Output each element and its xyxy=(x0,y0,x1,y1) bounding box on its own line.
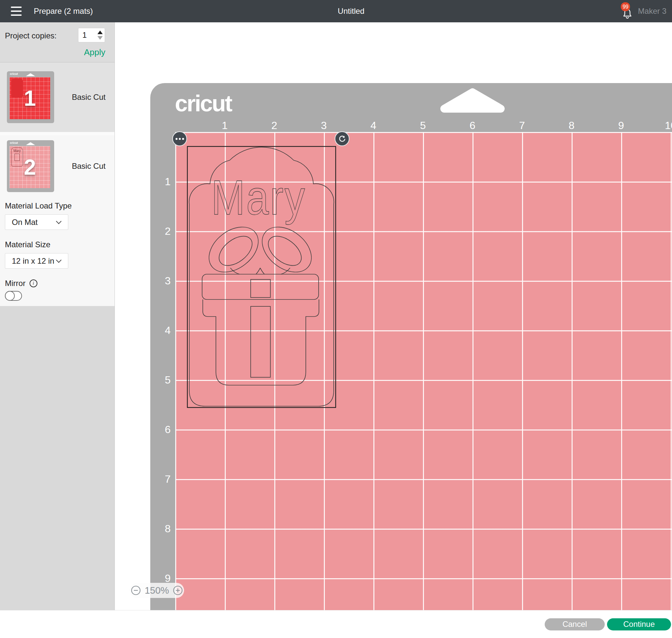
mat-1-grid: 1 xyxy=(10,77,50,119)
rotate-icon xyxy=(338,135,346,143)
left-ruler-number: 9 xyxy=(155,572,171,585)
mat-row-1[interactable]: cricut 1 Basic Cut xyxy=(0,62,115,132)
zoom-level: 150% xyxy=(145,585,169,596)
top-ruler-number: 9 xyxy=(618,119,624,132)
mat-2-thumbnail[interactable]: cricut Mary 2 xyxy=(7,140,54,192)
mat-2-cut-type: Basic Cut xyxy=(72,162,106,171)
mat-settings: Material Load Type On Mat Material Size … xyxy=(0,197,115,306)
chevron-down-icon xyxy=(56,257,62,263)
selection-more-button[interactable] xyxy=(172,131,187,146)
selection-rotate-button[interactable] xyxy=(335,131,349,146)
mat-2-design-preview: Mary xyxy=(11,148,23,167)
mirror-toggle[interactable] xyxy=(5,291,22,301)
mat-1-number: 1 xyxy=(24,86,36,111)
page-title: Prepare (2 mats) xyxy=(34,6,93,16)
mat-1-cut-type: Basic Cut xyxy=(72,93,106,102)
mat-notch-icon xyxy=(26,73,35,76)
material-load-type-select[interactable]: On Mat xyxy=(5,214,68,230)
zoom-control: 150% xyxy=(130,583,184,598)
top-ruler-number: 2 xyxy=(271,119,277,132)
mat-2-number: 2 xyxy=(24,155,36,180)
project-copies-label: Project copies: xyxy=(5,31,56,40)
mat-1-design-preview xyxy=(11,79,23,98)
row-divider xyxy=(0,132,115,135)
left-ruler-number: 2 xyxy=(155,225,171,237)
left-ruler-number: 8 xyxy=(155,523,171,535)
continue-button[interactable]: Continue xyxy=(607,618,671,631)
top-ruler-number: 3 xyxy=(321,119,327,132)
thumb-brand-logo: cricut xyxy=(10,72,18,75)
project-copies-value[interactable]: 1 xyxy=(79,28,96,42)
mat-canvas: cricut 12345678910123456789 Mary xyxy=(115,22,672,610)
mat-row-2[interactable]: cricut Mary 2 Basic Cut xyxy=(0,135,115,197)
info-icon[interactable]: i xyxy=(30,280,37,287)
apply-button[interactable]: Apply xyxy=(84,47,105,57)
project-copies-section: Project copies: 1 Apply xyxy=(0,22,115,62)
decrement-arrow-icon[interactable] xyxy=(98,36,103,40)
prepare-sidebar: Project copies: 1 Apply cricut 1 Basic C… xyxy=(0,22,115,610)
menu-icon[interactable] xyxy=(11,6,22,16)
material-size-label: Material Size xyxy=(5,230,115,249)
mat-grid xyxy=(175,132,672,610)
material-load-type-value: On Mat xyxy=(12,218,38,226)
mirror-label: Mirror xyxy=(5,279,25,288)
sidebar-filler xyxy=(0,306,115,610)
top-ruler-number: 6 xyxy=(469,119,476,132)
left-ruler-number: 5 xyxy=(155,374,171,386)
material-load-type-label: Material Load Type xyxy=(5,197,115,211)
mat-notch-icon xyxy=(26,142,35,145)
machine-name: Maker 3 xyxy=(638,6,667,16)
cancel-button[interactable]: Cancel xyxy=(545,618,605,631)
project-copies-stepper[interactable]: 1 xyxy=(78,28,105,43)
cutting-mat: cricut xyxy=(150,83,672,610)
top-bar: Prepare (2 mats) Untitled 99 Maker 3 xyxy=(0,0,672,22)
top-ruler-number: 4 xyxy=(371,119,376,132)
chevron-down-icon xyxy=(56,219,62,224)
mat-2-design-text: Mary xyxy=(12,149,23,153)
zoom-out-icon[interactable] xyxy=(131,585,141,595)
top-ruler-number: 7 xyxy=(519,119,525,132)
zoom-in-icon[interactable] xyxy=(173,585,183,595)
left-ruler-number: 6 xyxy=(155,424,171,436)
notifications-button[interactable]: 99 xyxy=(621,1,634,21)
left-ruler-number: 1 xyxy=(155,176,171,188)
ellipsis-icon xyxy=(175,138,177,140)
top-ruler-number: 5 xyxy=(420,119,426,132)
top-ruler-number: 10 xyxy=(665,119,672,132)
mat-notch-icon xyxy=(437,88,508,114)
mat-2-grid: Mary 2 xyxy=(10,146,50,188)
cricut-logo: cricut xyxy=(175,90,232,117)
toggle-knob xyxy=(5,291,15,301)
left-ruler-number: 7 xyxy=(155,473,171,485)
footer-bar: Cancel Continue xyxy=(0,610,672,638)
material-size-select[interactable]: 12 in x 12 in xyxy=(5,253,68,269)
left-ruler-number: 3 xyxy=(155,275,171,287)
mat-2-gift-preview xyxy=(14,154,20,161)
increment-arrow-icon[interactable] xyxy=(98,31,103,34)
top-ruler-number: 1 xyxy=(222,119,228,132)
document-title: Untitled xyxy=(338,6,364,16)
notification-badge: 99 xyxy=(621,2,630,11)
top-ruler-number: 8 xyxy=(569,119,574,132)
material-size-value: 12 in x 12 in xyxy=(12,256,54,265)
thumb-brand-logo: cricut xyxy=(10,141,18,145)
mat-1-thumbnail[interactable]: cricut 1 xyxy=(7,71,54,123)
left-ruler-number: 4 xyxy=(155,324,171,337)
